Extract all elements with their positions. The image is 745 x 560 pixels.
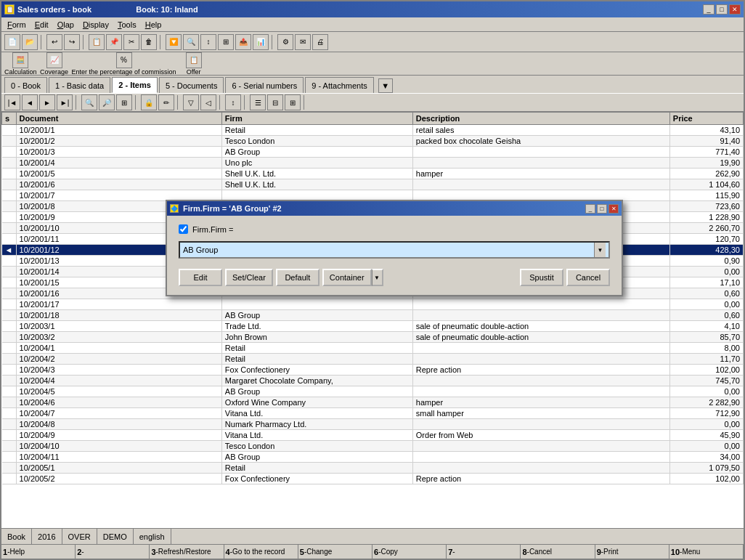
modal-set-clear-button[interactable]: Set/Clear — [225, 269, 273, 286]
tb2-offer[interactable]: 📋 Offer — [179, 52, 208, 76]
nav-list[interactable]: ☰ — [250, 94, 266, 110]
tab-2-items[interactable]: 2 - Items — [112, 77, 158, 93]
func-9[interactable]: 9-Print — [595, 545, 669, 559]
table-row[interactable]: 10/2001/3 AB Group 771,40 — [2, 147, 744, 158]
modal-cancel-button[interactable]: Cancel — [566, 269, 610, 286]
tab-more-dropdown[interactable]: ▼ — [378, 78, 393, 93]
menu-display[interactable]: Display — [78, 19, 113, 31]
nav-prev[interactable]: ◄ — [22, 94, 38, 110]
tb2-commission[interactable]: % Enter the percentage of commission — [72, 52, 176, 76]
table-row[interactable]: 10/2004/5 AB Group 0,00 — [2, 386, 744, 397]
table-row[interactable]: 10/2004/4 Margaret Chocolate Company, 74… — [2, 376, 744, 386]
menu-help[interactable]: Help — [141, 19, 166, 31]
tb-undo[interactable]: ↩ — [46, 34, 62, 50]
tb-sort[interactable]: ↕ — [200, 34, 216, 50]
nav-first[interactable]: |◄ — [4, 94, 20, 110]
modal-edit-button[interactable]: Edit — [179, 269, 222, 286]
tb-delete[interactable]: 🗑 — [141, 34, 157, 50]
nav-grid[interactable]: ⊟ — [267, 94, 283, 110]
modal-firm-checkbox[interactable] — [179, 224, 188, 234]
tb-group[interactable]: ⊞ — [218, 34, 234, 50]
nav-edit2[interactable]: ✏ — [158, 94, 174, 110]
col-header-price[interactable]: Price — [669, 113, 743, 125]
col-header-s[interactable]: s — [2, 113, 17, 125]
nav-filter[interactable]: ⊞ — [116, 94, 132, 110]
table-row[interactable]: 10/2004/2 Retail 11,70 — [2, 354, 744, 365]
tb2-coverage[interactable]: 📈 Coverage — [40, 52, 69, 76]
table-row[interactable]: 10/2003/1 Trade Ltd. sale of pneumatic d… — [2, 321, 744, 332]
func-6[interactable]: 6-Copy — [372, 545, 447, 559]
nav-next[interactable]: ► — [39, 94, 55, 110]
modal-dropdown[interactable]: AB Group ▼ — [179, 241, 610, 259]
modal-container-button[interactable]: Container — [322, 269, 372, 286]
modal-spustit-button[interactable]: Spustit — [520, 269, 563, 286]
col-header-firm[interactable]: Firm — [221, 113, 412, 125]
table-row[interactable]: 10/2001/2 Tesco London packed box chocol… — [2, 136, 744, 147]
tb-export[interactable]: 📤 — [235, 34, 251, 50]
col-header-description[interactable]: Description — [412, 113, 669, 125]
func-7[interactable]: 7- — [447, 545, 521, 559]
func-10[interactable]: 10-Menu — [669, 545, 744, 559]
tb-chart[interactable]: 📊 — [253, 34, 269, 50]
tb-filter[interactable]: 🔽 — [166, 34, 182, 50]
modal-maximize-button[interactable]: □ — [597, 204, 607, 214]
func-5[interactable]: 5-Change — [298, 545, 372, 559]
table-row[interactable]: 10/2003/2 John Brown sale of pneumatic d… — [2, 332, 744, 343]
nav-sort2[interactable]: ↕ — [225, 94, 241, 110]
table-row[interactable]: 10/2001/17 0,00 — [2, 299, 744, 310]
table-row[interactable]: 10/2001/5 Shell U.K. Ltd. hamper 262,90 — [2, 169, 744, 179]
table-wrapper[interactable]: s Document Firm Description Price 10/200… — [1, 112, 744, 528]
menu-form[interactable]: Form — [3, 19, 30, 31]
table-row[interactable]: 10/2001/6 Shell U.K. Ltd. 1 104,60 — [2, 179, 744, 190]
nav-find[interactable]: 🔎 — [99, 94, 115, 110]
modal-close-button[interactable]: ✕ — [608, 204, 619, 214]
tb-cut[interactable]: ✂ — [123, 34, 139, 50]
tab-5-documents[interactable]: 5 - Documents — [159, 77, 224, 93]
func-4[interactable]: 4-Go to the record — [224, 545, 298, 559]
table-row[interactable]: 10/2004/11 AB Group 34,00 — [2, 452, 744, 463]
tb-copy[interactable]: 📋 — [89, 34, 105, 50]
minimize-button[interactable]: _ — [703, 4, 715, 15]
table-row[interactable]: 10/2004/1 Retail 8,00 — [2, 343, 744, 354]
table-row[interactable]: 10/2004/9 Vitana Ltd. Order from Web 45,… — [2, 430, 744, 441]
tb-search[interactable]: 🔍 — [183, 34, 199, 50]
nav-lock[interactable]: 🔒 — [141, 94, 157, 110]
col-header-document[interactable]: Document — [16, 113, 221, 125]
menu-tools[interactable]: Tools — [113, 19, 141, 31]
table-row[interactable]: 10/2005/1 Retail 1 079,50 — [2, 463, 744, 474]
tb-redo[interactable]: ↪ — [64, 34, 80, 50]
tb-paste[interactable]: 📌 — [106, 34, 122, 50]
nav-filter3[interactable]: ◁ — [200, 94, 216, 110]
modal-minimize-button[interactable]: _ — [585, 204, 595, 214]
func-2[interactable]: 2- — [76, 545, 150, 559]
tb-print[interactable]: 🖨 — [312, 34, 328, 50]
modal-default-button[interactable]: Default — [276, 269, 319, 286]
modal-container-arrow[interactable]: ▼ — [372, 269, 383, 286]
table-row[interactable]: 10/2004/8 Numark Pharmacy Ltd. 0,00 — [2, 419, 744, 430]
func-8[interactable]: 8-Cancel — [521, 545, 595, 559]
tb-new[interactable]: 📄 — [4, 34, 20, 50]
nav-filter2[interactable]: ▽ — [183, 94, 199, 110]
tb-settings[interactable]: ⚙ — [277, 34, 293, 50]
table-row[interactable]: 10/2001/18 AB Group 0,60 — [2, 310, 744, 321]
table-row[interactable]: 10/2005/2 Fox Confectionery Repre action… — [2, 474, 744, 484]
tab-1-basic-data[interactable]: 1 - Basic data — [49, 77, 110, 93]
table-row[interactable]: 10/2004/6 Oxford Wine Company hamper 2 2… — [2, 397, 744, 408]
menu-edit[interactable]: Edit — [30, 19, 53, 31]
func-1[interactable]: 1-Help — [1, 545, 76, 559]
table-row[interactable]: 10/2001/4 Uno plc 19,90 — [2, 158, 744, 169]
table-row[interactable]: 10/2004/7 Vitana Ltd. small hamper 712,9… — [2, 408, 744, 419]
tb2-calculation[interactable]: 🧮 Calculation — [4, 52, 37, 76]
table-row[interactable]: 10/2004/3 Fox Confectionery Repre action… — [2, 365, 744, 376]
menu-olap[interactable]: Olap — [53, 19, 78, 31]
table-row[interactable]: 10/2004/10 Tesco London 0,00 — [2, 441, 744, 452]
tb-mail[interactable]: ✉ — [295, 34, 311, 50]
tb-open[interactable]: 📂 — [22, 34, 38, 50]
nav-cols[interactable]: ⊞ — [285, 94, 301, 110]
func-3[interactable]: 3-Refresh/Restore — [150, 545, 224, 559]
table-row[interactable]: 10/2001/1 Retail retail sales 43,10 — [2, 125, 744, 136]
modal-dropdown-arrow[interactable]: ▼ — [594, 243, 606, 257]
tab-0-book[interactable]: 0 - Book — [4, 77, 47, 93]
nav-search[interactable]: 🔍 — [81, 94, 97, 110]
tab-9-attachments[interactable]: 9 - Attachments — [305, 77, 373, 93]
